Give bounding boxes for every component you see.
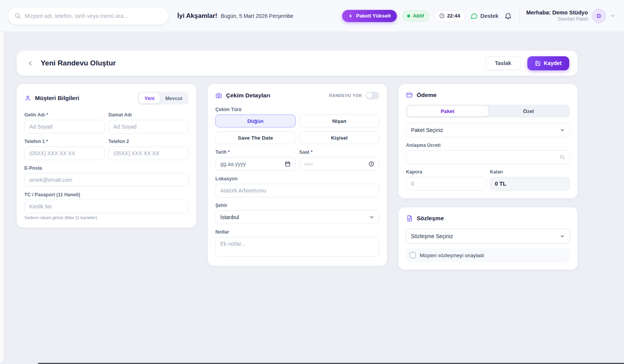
contract-approved-checkbox[interactable] <box>410 252 416 258</box>
save-icon <box>535 60 541 66</box>
groom-name-input[interactable] <box>108 120 189 134</box>
notes-textarea[interactable] <box>215 237 379 257</box>
date-label: Tarih * <box>215 149 296 155</box>
support-button[interactable]: Destek <box>470 12 499 20</box>
phone1-input[interactable] <box>24 146 105 160</box>
chevron-down-icon <box>560 127 565 133</box>
left-edge-decoration <box>0 32 3 363</box>
phone2-input[interactable] <box>108 146 189 160</box>
bride-name-input[interactable] <box>24 120 105 134</box>
topbar-actions: Paketi Yükselt Aktif 22:44 Destek Merhab… <box>342 9 616 23</box>
notifications-button[interactable] <box>503 11 513 21</box>
shoot-type-savethedate[interactable]: Save The Date <box>215 131 296 144</box>
payment-tabs: Paket Özel <box>406 105 570 118</box>
chat-icon <box>470 12 478 20</box>
email-input[interactable] <box>24 173 189 187</box>
id-label: TC / Pasaport (11 Haneli) <box>24 192 189 197</box>
segment-existing[interactable]: Mevcut <box>160 93 188 103</box>
user-name: Merhaba: Demo Stüdyo <box>526 9 588 16</box>
shoot-type-label: Çekim Türü <box>215 107 379 112</box>
status-label: Aktif <box>413 13 424 19</box>
chevron-down-icon <box>560 234 565 239</box>
bride-name-label: Gelin Adı * <box>24 112 105 118</box>
shoot-type-nisan[interactable]: Nişan <box>299 114 380 127</box>
global-search[interactable] <box>8 8 168 24</box>
clock-pill: 22:44 <box>434 10 465 22</box>
date-value: gg.aa.yyyy <box>220 161 246 167</box>
fee-suffix: TL <box>560 154 565 160</box>
contract-approved-label: Müşteri sözleşmeyi onayladı <box>420 253 484 258</box>
credit-card-icon <box>406 92 413 99</box>
location-label: Lokasyon <box>215 176 379 181</box>
groom-name-label: Damat Adı <box>108 112 189 118</box>
contract-select[interactable]: Sözleşme Seçiniz <box>406 229 570 244</box>
person-icon <box>24 95 31 102</box>
deposit-label: Kapora <box>406 169 486 175</box>
deposit-input[interactable] <box>406 177 486 191</box>
clock-time: 22:44 <box>447 13 460 19</box>
date-input[interactable]: gg.aa.yyyy <box>215 157 296 171</box>
main-content: Yeni Randevu Oluştur Taslak Kaydet Müşte… <box>17 51 578 270</box>
fee-input[interactable] <box>406 150 570 164</box>
remaining-label: Kalan <box>490 169 570 175</box>
user-menu[interactable]: Merhaba: Demo Stüdyo Standart Paket D <box>526 9 616 23</box>
calendar-icon <box>285 161 291 167</box>
avatar[interactable]: D <box>592 9 606 23</box>
chevron-down-icon <box>369 215 374 220</box>
page-header: Yeni Randevu Oluştur Taslak Kaydet <box>17 51 578 76</box>
contract-card: Sözleşme Sözleşme Seçiniz Müşteri sözleş… <box>398 207 578 270</box>
package-select[interactable]: Paket Seçiniz <box>406 123 570 137</box>
time-label: Saat * <box>299 149 380 155</box>
clock-icon <box>439 13 445 19</box>
payment-card: Ödeme Paket Özel Paket Seçiniz Anlaşma Ü… <box>398 84 578 198</box>
id-hint: Sadece rakam giriniz (Max 11 karakter) <box>24 215 189 220</box>
search-input[interactable] <box>25 13 162 19</box>
segment-new[interactable]: Yeni <box>139 93 160 103</box>
city-label: Şehir <box>215 203 379 208</box>
draft-button[interactable]: Taslak <box>486 56 521 70</box>
topbar: İyi Akşamlar! Bugün, 5 Mart 2026 Perşemb… <box>0 0 624 32</box>
save-label: Kaydet <box>544 60 562 66</box>
tab-custom[interactable]: Özel <box>488 106 569 116</box>
shoot-type-kisisel[interactable]: Kişisel <box>299 131 380 144</box>
customer-card-title: Müşteri Bilgileri <box>35 95 79 102</box>
clock-icon <box>368 161 374 167</box>
contract-card-title: Sözleşme <box>417 215 444 222</box>
shoot-type-dugun[interactable]: Düğün <box>215 114 296 127</box>
contract-approved-row[interactable]: Müşteri sözleşmeyi onayladı <box>406 248 570 262</box>
tab-package[interactable]: Paket <box>407 106 488 116</box>
customer-info-card: Müşteri Bilgileri Yeni Mevcut Gelin Adı … <box>17 84 196 227</box>
remaining-value: 0 TL <box>490 177 570 191</box>
no-appointment-toggle[interactable] <box>366 92 379 99</box>
chevron-down-icon[interactable] <box>610 13 616 19</box>
location-input[interactable] <box>215 184 379 197</box>
page-title: Yeni Randevu Oluştur <box>41 59 116 67</box>
customer-mode-segment: Yeni Mevcut <box>138 92 189 105</box>
search-icon <box>14 13 21 19</box>
shooting-details-card: Çekim Detayları RANDEVU YOK Çekim Türü D… <box>208 84 387 266</box>
shoot-type-grid: Düğün Nişan Save The Date Kişisel <box>215 114 379 144</box>
document-icon <box>406 215 413 222</box>
shooting-card-title: Çekim Detayları <box>226 92 270 99</box>
status-dot-icon <box>407 14 410 17</box>
chevron-left-icon <box>27 60 34 67</box>
no-appointment-label: RANDEVU YOK <box>329 93 362 98</box>
support-label: Destek <box>481 13 499 19</box>
city-select[interactable]: İstanbul <box>215 210 379 224</box>
save-button[interactable]: Kaydet <box>527 56 569 70</box>
payment-card-title: Ödeme <box>417 92 437 99</box>
notes-label: Notlar <box>215 229 379 235</box>
time-input[interactable]: --:-- <box>299 157 380 171</box>
upgrade-package-button[interactable]: Paketi Yükselt <box>342 10 397 22</box>
toggle-knob <box>366 92 372 99</box>
back-button[interactable] <box>25 58 35 68</box>
contract-select-value: Sözleşme Seçiniz <box>411 233 453 239</box>
upgrade-label: Paketi Yükselt <box>356 13 391 19</box>
greeting-block: İyi Akşamlar! Bugün, 5 Mart 2026 Perşemb… <box>177 12 293 20</box>
id-input[interactable] <box>24 200 189 213</box>
bell-icon <box>504 12 512 20</box>
user-plan: Standart Paket <box>558 16 588 22</box>
bolt-icon <box>348 13 353 19</box>
camera-icon <box>215 92 222 99</box>
greeting-text: İyi Akşamlar! <box>177 12 217 20</box>
